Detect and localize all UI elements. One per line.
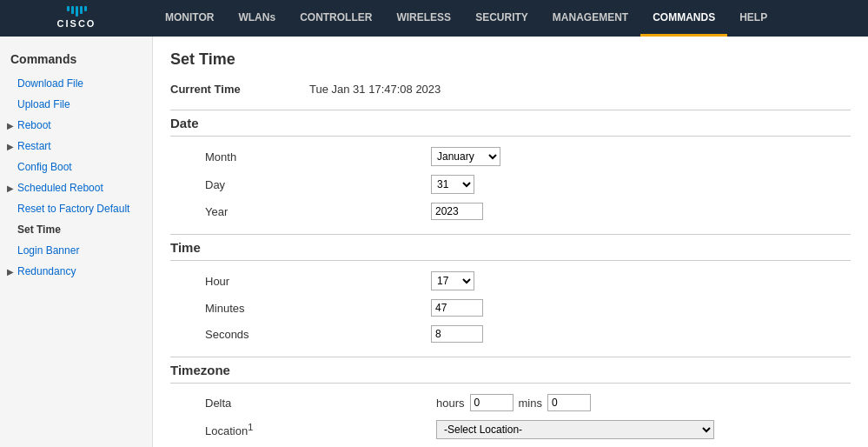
sidebar-item-redundancy[interactable]: ▶ Redundancy (0, 261, 152, 282)
day-row: Day 123456789101112131415161718192021222… (170, 175, 851, 194)
minutes-input[interactable] (431, 299, 483, 317)
time-section: Time Hour 012345678910111213141516171819… (170, 234, 851, 343)
sidebar-item-scheduled-reboot[interactable]: ▶ Scheduled Reboot (0, 177, 152, 198)
sidebar-item-reboot[interactable]: ▶ Reboot (0, 115, 152, 136)
sidebar-item-reboot-label: Reboot (17, 119, 51, 131)
timezone-section: Timezone Delta hours mins Location1 -Sel… (170, 357, 851, 439)
nav-commands[interactable]: COMMANDS (640, 0, 727, 37)
logo-area: CISCO (0, 0, 153, 37)
current-time-row: Current Time Tue Jan 31 17:47:08 2023 (170, 83, 851, 96)
nav-wlans[interactable]: WLANs (226, 0, 288, 37)
nav-menu: MONITOR WLANs CONTROLLER WIRELESS SECURI… (153, 0, 868, 37)
month-select[interactable]: JanuaryFebruaryMarchAprilMayJuneJulyAugu… (431, 147, 500, 166)
layout: Commands Download File Upload File ▶ Reb… (0, 37, 868, 447)
hours-inline-label: hours (436, 397, 465, 410)
month-label: Month (205, 150, 431, 163)
day-label: Day (205, 178, 431, 191)
date-section-header: Date (170, 110, 851, 137)
date-section: Date Month JanuaryFebruaryMarchAprilMayJ… (170, 110, 851, 220)
sidebar-item-redundancy-label: Redundancy (17, 265, 76, 277)
sidebar: Commands Download File Upload File ▶ Reb… (0, 37, 153, 447)
seconds-input[interactable] (431, 325, 483, 343)
hour-row: Hour 01234567891011121314151617181920212… (170, 271, 851, 290)
year-input[interactable] (431, 203, 483, 220)
sidebar-item-download-file[interactable]: Download File (0, 73, 152, 94)
month-row: Month JanuaryFebruaryMarchAprilMayJuneJu… (170, 147, 851, 166)
delta-hours-input[interactable] (470, 394, 514, 411)
sidebar-item-upload-file[interactable]: Upload File (0, 94, 152, 115)
sidebar-item-scheduled-reboot-label: Scheduled Reboot (17, 182, 103, 194)
minutes-row: Minutes (170, 299, 851, 317)
minutes-label: Minutes (205, 302, 431, 315)
sidebar-item-reset-factory[interactable]: Reset to Factory Default (0, 198, 152, 219)
redundancy-arrow-icon: ▶ (7, 267, 14, 277)
top-navigation: CISCO MONITOR WLANs CONTROLLER WIRELESS … (0, 0, 868, 37)
hour-select[interactable]: 01234567891011121314151617181920212223 (431, 271, 474, 290)
nav-monitor[interactable]: MONITOR (153, 0, 226, 37)
sidebar-item-restart[interactable]: ▶ Restart (0, 136, 152, 157)
time-section-header: Time (170, 234, 851, 261)
restart-arrow-icon: ▶ (7, 142, 14, 151)
page-title: Set Time (170, 50, 851, 69)
delta-mins-input[interactable] (547, 394, 591, 411)
delta-row: Delta hours mins (170, 394, 851, 411)
year-row: Year (170, 203, 851, 220)
timezone-section-header: Timezone (170, 357, 851, 384)
current-time-value: Tue Jan 31 17:47:08 2023 (309, 83, 441, 96)
sidebar-item-restart-label: Restart (17, 140, 51, 152)
mins-inline-label: mins (519, 397, 542, 410)
seconds-label: Seconds (205, 328, 431, 341)
cisco-logo: CISCO (57, 6, 96, 30)
current-time-label: Current Time (170, 83, 309, 96)
year-label: Year (205, 205, 431, 218)
sidebar-item-config-boot[interactable]: Config Boot (0, 157, 152, 177)
delta-label: Delta (205, 397, 431, 410)
nav-management[interactable]: MANAGEMENT (540, 0, 640, 37)
sidebar-item-set-time: Set Time (0, 219, 152, 240)
location-superscript: 1 (248, 422, 253, 432)
main-content: Set Time Current Time Tue Jan 31 17:47:0… (153, 37, 868, 447)
location-select[interactable]: -Select Location- (436, 420, 714, 439)
scheduled-reboot-arrow-icon: ▶ (7, 183, 14, 193)
nav-security[interactable]: SECURITY (463, 0, 540, 37)
sidebar-section-title: Commands (0, 43, 152, 73)
hour-label: Hour (205, 275, 431, 288)
day-select[interactable]: 1234567891011121314151617181920212223242… (431, 175, 474, 194)
nav-controller[interactable]: CONTROLLER (288, 0, 384, 37)
nav-wireless[interactable]: WIRELESS (384, 0, 463, 37)
reboot-arrow-icon: ▶ (7, 121, 14, 130)
location-row: Location1 -Select Location- (170, 420, 851, 439)
nav-help[interactable]: HELP (727, 0, 779, 37)
sidebar-item-login-banner[interactable]: Login Banner (0, 240, 152, 261)
seconds-row: Seconds (170, 325, 851, 343)
location-label: Location1 (205, 422, 431, 437)
